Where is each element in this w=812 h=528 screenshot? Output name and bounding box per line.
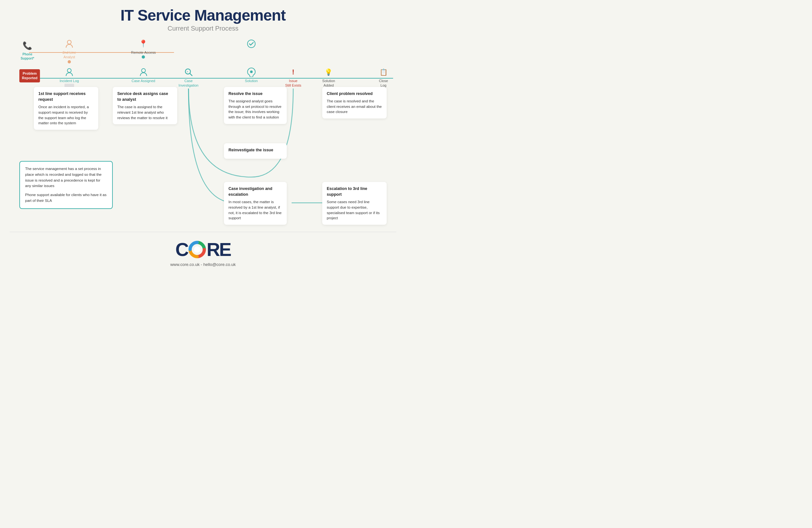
card-escalation-3rd: Escalation to 3rd line support Some case…	[322, 182, 387, 225]
node-2nd-line: 2nd Line Analyst	[56, 38, 82, 63]
issue-still-exists-icon: !	[287, 66, 299, 78]
close-log-icon: 📋	[378, 66, 389, 78]
solution-top-icon	[246, 38, 257, 49]
node-solution-top	[246, 38, 257, 49]
logo-c: C	[175, 239, 188, 260]
card-case-escalation-title: Case investigation and escalation	[229, 186, 282, 197]
node-solution-bottom: Solution	[245, 66, 258, 83]
node-phone-support: 📞 PhoneSupport*	[20, 40, 34, 61]
close-log-label: Close Log	[377, 78, 390, 88]
2nd-line-dot	[68, 60, 71, 63]
diagram: 📞 PhoneSupport* 2nd Line Analyst 📍 Remot…	[10, 35, 396, 225]
2nd-line-label: 2nd Line Analyst	[56, 50, 82, 60]
solution-bottom-icon	[246, 66, 257, 78]
card-client-resolved-body: The case is resolved and the client rece…	[327, 99, 382, 115]
node-solution-added: 💡 SolutionAdded	[322, 66, 335, 88]
solution-label: Solution	[245, 78, 258, 83]
card-case-escalation: Case investigation and escalation In mos…	[224, 182, 287, 225]
logo-area: C RE	[10, 239, 396, 260]
card-first-line: 1st line support receives request Once a…	[34, 87, 98, 130]
footer-contact: www.core.co.uk - hello@core.co.uk	[10, 262, 396, 267]
svg-point-9	[194, 246, 200, 253]
svg-point-7	[250, 71, 252, 73]
card-service-desk-body: The case is assigned to the relevant 1st…	[117, 104, 173, 120]
svg-point-3	[142, 69, 145, 73]
card-first-line-title: 1st line support receives request	[38, 91, 94, 102]
node-incident-log: Incident Log	[60, 66, 79, 88]
header: IT Service Management Current Support Pr…	[10, 6, 396, 32]
svg-text:+: +	[187, 70, 188, 73]
card-first-line-body: Once an incident is reported, a support …	[38, 104, 94, 126]
page-wrapper: IT Service Management Current Support Pr…	[0, 0, 406, 273]
svg-point-0	[67, 40, 71, 44]
incident-log-label: Incident Log	[60, 78, 79, 83]
svg-point-2	[67, 69, 71, 73]
info-box-para2: Phone support available for clients who …	[25, 192, 107, 204]
case-assigned-icon	[137, 66, 149, 78]
node-close-log: 📋 Close Log	[377, 66, 390, 88]
node-case-investigation: + CaseInvestigation	[178, 66, 199, 88]
remote-access-dot	[142, 55, 145, 59]
card-case-escalation-body: In most cases, the matter is resolved by…	[229, 199, 282, 221]
remote-access-label: Remote Access	[131, 50, 156, 55]
node-case-assigned: Case Assigned	[131, 66, 155, 83]
card-reinvestigate-title: Reinvestigate the issue	[229, 147, 282, 153]
card-client-resolved-title: Client problem resolved	[327, 91, 382, 96]
card-resolve-title: Resolve the issue	[229, 91, 282, 96]
card-service-desk-title: Service desk assigns case to analyst	[117, 91, 173, 102]
logo-re: RE	[206, 239, 231, 260]
issue-still-exists-label: IssueStill Exists	[285, 78, 301, 88]
case-assigned-label: Case Assigned	[131, 78, 155, 83]
problem-reported-box: ProblemReported	[19, 69, 40, 82]
footer: C RE www.core.co.uk - hello@core.co.uk	[10, 232, 396, 270]
2nd-line-icon	[63, 38, 75, 49]
svg-line-5	[190, 73, 192, 76]
solution-added-label: SolutionAdded	[322, 78, 335, 88]
timeline-area: 📞 PhoneSupport* 2nd Line Analyst 📍 Remot…	[10, 35, 396, 87]
phone-support-label: PhoneSupport*	[20, 52, 34, 61]
card-escalation-3rd-title: Escalation to 3rd line support	[327, 186, 382, 197]
incident-log-icon	[63, 66, 75, 78]
node-remote-access: 📍 Remote Access	[131, 38, 156, 59]
info-box-para1: The service management has a set process…	[25, 166, 107, 189]
sub-title: Current Support Process	[10, 25, 396, 32]
logo-o-svg	[188, 240, 206, 259]
card-service-desk: Service desk assigns case to analyst The…	[113, 87, 177, 124]
case-investigation-label: CaseInvestigation	[178, 78, 199, 88]
phone-icon: 📞	[21, 40, 33, 51]
cards-area: 1st line support receives request Once a…	[10, 87, 396, 225]
card-resolve-issue: Resolve the issue The assigned analyst g…	[224, 87, 287, 124]
card-reinvestigate: Reinvestigate the issue	[224, 143, 287, 159]
solution-added-icon: 💡	[323, 66, 334, 78]
node-issue-still-exists: ! IssueStill Exists	[285, 66, 301, 88]
svg-point-1	[247, 40, 255, 48]
card-escalation-3rd-body: Some cases need 3rd line support due to …	[327, 199, 382, 221]
main-title: IT Service Management	[10, 6, 396, 24]
remote-access-icon: 📍	[137, 38, 149, 49]
case-investigation-icon: +	[183, 66, 194, 78]
card-client-resolved: Client problem resolved The case is reso…	[322, 87, 387, 119]
info-box-bordered: The service management has a set process…	[19, 161, 113, 209]
card-resolve-body: The assigned analyst goes through a set …	[229, 99, 282, 120]
